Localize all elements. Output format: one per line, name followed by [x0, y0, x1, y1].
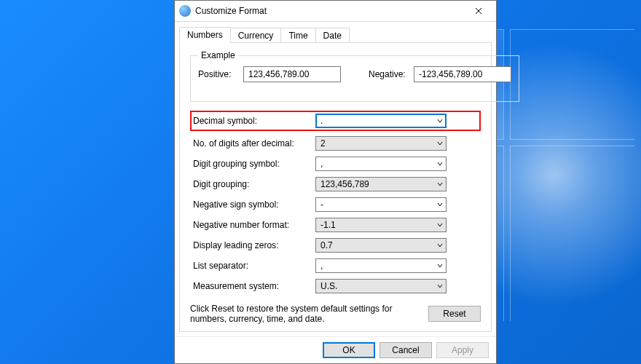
window-title: Customize Format: [195, 6, 463, 16]
titlebar[interactable]: Customize Format: [175, 1, 496, 22]
combo-list-separator[interactable]: ,: [315, 258, 447, 273]
chevron-down-icon: [434, 181, 446, 187]
numbers-panel: Example Positive: 123,456,789.00 Negativ…: [179, 42, 492, 332]
chevron-down-icon: [434, 263, 446, 269]
positive-example: 123,456,789.00: [243, 66, 341, 82]
settings-list: Decimal symbol: . No. of digits after de…: [190, 111, 481, 294]
ok-button[interactable]: OK: [323, 342, 375, 358]
chevron-down-icon: [434, 222, 446, 228]
region-globe-icon: [179, 5, 191, 17]
combo-negative-number-format[interactable]: -1.1: [315, 218, 447, 232]
reset-description: Click Reset to restore the system defaul…: [190, 304, 420, 324]
tab-numbers[interactable]: Numbers: [179, 27, 231, 43]
example-legend: Example: [198, 50, 238, 60]
combo-measurement-system[interactable]: U.S.: [315, 279, 447, 293]
chevron-down-icon: [434, 141, 446, 146]
row-negative-number-format: Negative number format: -1.1: [190, 217, 481, 233]
chevron-down-icon: [434, 242, 446, 248]
desktop-background: Customize Format Numbers Currency Time D…: [0, 0, 641, 364]
row-digit-grouping-symbol: Digit grouping symbol: ,: [190, 156, 481, 172]
reset-button[interactable]: Reset: [428, 306, 481, 322]
combo-digit-grouping[interactable]: 123,456,789: [315, 177, 447, 191]
chevron-down-icon: [434, 118, 446, 124]
example-group: Example Positive: 123,456,789.00 Negativ…: [190, 50, 519, 102]
chevron-down-icon: [434, 202, 446, 207]
label-negative-number-format: Negative number format:: [193, 220, 315, 230]
tab-date[interactable]: Date: [315, 28, 350, 43]
tab-time[interactable]: Time: [280, 28, 315, 43]
tab-currency[interactable]: Currency: [230, 28, 282, 43]
chevron-down-icon: [434, 283, 446, 289]
customize-format-dialog: Customize Format Numbers Currency Time D…: [174, 0, 497, 364]
label-list-separator: List separator:: [193, 261, 315, 271]
row-negative-sign-symbol: Negative sign symbol: -: [190, 197, 481, 213]
row-display-leading-zeros: Display leading zeros: 0.7: [190, 237, 481, 253]
combo-negative-sign-symbol[interactable]: -: [315, 197, 447, 212]
dialog-footer: OK Cancel Apply: [175, 336, 496, 363]
combo-digit-grouping-symbol[interactable]: ,: [315, 157, 447, 171]
combo-decimal-symbol[interactable]: .: [315, 114, 447, 128]
close-icon: [475, 7, 482, 15]
reset-area: Click Reset to restore the system defaul…: [190, 304, 481, 324]
label-negative-sign-symbol: Negative sign symbol:: [193, 199, 315, 210]
negative-example: -123,456,789.00: [414, 66, 511, 82]
row-measurement-system: Measurement system: U.S.: [190, 278, 481, 294]
positive-label: Positive:: [198, 69, 237, 79]
label-digit-grouping: Digit grouping:: [193, 179, 315, 189]
chevron-down-icon: [434, 161, 446, 167]
row-digits-after-decimal: No. of digits after decimal: 2: [190, 135, 481, 151]
row-list-separator: List separator: ,: [190, 258, 481, 274]
combo-digits-after-decimal[interactable]: 2: [315, 136, 447, 151]
label-decimal-symbol: Decimal symbol:: [193, 116, 315, 126]
label-digit-grouping-symbol: Digit grouping symbol:: [193, 159, 315, 169]
row-decimal-symbol: Decimal symbol: .: [190, 111, 481, 131]
combo-display-leading-zeros[interactable]: 0.7: [315, 238, 447, 253]
negative-label: Negative:: [369, 69, 408, 79]
label-measurement-system: Measurement system:: [193, 281, 315, 291]
apply-button[interactable]: Apply: [436, 342, 489, 358]
tab-strip: Numbers Currency Time Date: [175, 25, 496, 42]
cancel-button[interactable]: Cancel: [380, 342, 432, 358]
label-display-leading-zeros: Display leading zeros:: [193, 240, 315, 250]
label-digits-after-decimal: No. of digits after decimal:: [193, 138, 315, 149]
row-digit-grouping: Digit grouping: 123,456,789: [190, 176, 481, 192]
close-button[interactable]: [463, 1, 495, 21]
